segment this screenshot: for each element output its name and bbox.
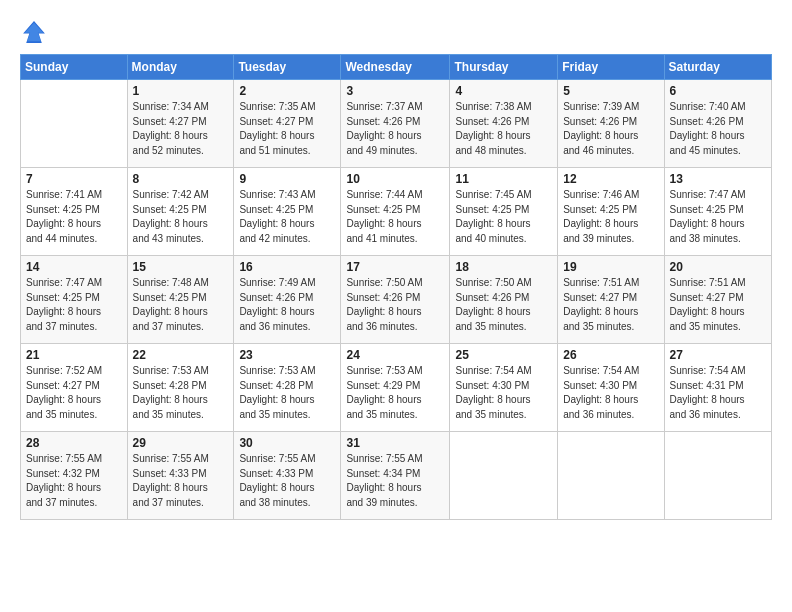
calendar-cell: 5Sunrise: 7:39 AM Sunset: 4:26 PM Daylig… xyxy=(558,80,664,168)
calendar-cell: 22Sunrise: 7:53 AM Sunset: 4:28 PM Dayli… xyxy=(127,344,234,432)
day-info: Sunrise: 7:53 AM Sunset: 4:29 PM Dayligh… xyxy=(346,364,444,422)
weekday-thursday: Thursday xyxy=(450,55,558,80)
calendar-cell: 12Sunrise: 7:46 AM Sunset: 4:25 PM Dayli… xyxy=(558,168,664,256)
calendar-cell: 7Sunrise: 7:41 AM Sunset: 4:25 PM Daylig… xyxy=(21,168,128,256)
day-number: 15 xyxy=(133,260,229,274)
day-number: 30 xyxy=(239,436,335,450)
day-number: 17 xyxy=(346,260,444,274)
weekday-friday: Friday xyxy=(558,55,664,80)
day-info: Sunrise: 7:51 AM Sunset: 4:27 PM Dayligh… xyxy=(563,276,658,334)
day-info: Sunrise: 7:47 AM Sunset: 4:25 PM Dayligh… xyxy=(26,276,122,334)
day-info: Sunrise: 7:35 AM Sunset: 4:27 PM Dayligh… xyxy=(239,100,335,158)
calendar-cell: 15Sunrise: 7:48 AM Sunset: 4:25 PM Dayli… xyxy=(127,256,234,344)
calendar-cell: 1Sunrise: 7:34 AM Sunset: 4:27 PM Daylig… xyxy=(127,80,234,168)
day-info: Sunrise: 7:42 AM Sunset: 4:25 PM Dayligh… xyxy=(133,188,229,246)
calendar-cell: 24Sunrise: 7:53 AM Sunset: 4:29 PM Dayli… xyxy=(341,344,450,432)
day-number: 18 xyxy=(455,260,552,274)
day-info: Sunrise: 7:50 AM Sunset: 4:26 PM Dayligh… xyxy=(455,276,552,334)
day-info: Sunrise: 7:54 AM Sunset: 4:30 PM Dayligh… xyxy=(563,364,658,422)
day-info: Sunrise: 7:50 AM Sunset: 4:26 PM Dayligh… xyxy=(346,276,444,334)
day-number: 4 xyxy=(455,84,552,98)
svg-marker-1 xyxy=(25,23,44,42)
calendar-cell xyxy=(21,80,128,168)
calendar-cell: 31Sunrise: 7:55 AM Sunset: 4:34 PM Dayli… xyxy=(341,432,450,520)
day-number: 1 xyxy=(133,84,229,98)
calendar-week-5: 28Sunrise: 7:55 AM Sunset: 4:32 PM Dayli… xyxy=(21,432,772,520)
day-info: Sunrise: 7:48 AM Sunset: 4:25 PM Dayligh… xyxy=(133,276,229,334)
calendar-week-3: 14Sunrise: 7:47 AM Sunset: 4:25 PM Dayli… xyxy=(21,256,772,344)
day-info: Sunrise: 7:51 AM Sunset: 4:27 PM Dayligh… xyxy=(670,276,766,334)
calendar-cell: 6Sunrise: 7:40 AM Sunset: 4:26 PM Daylig… xyxy=(664,80,771,168)
day-number: 29 xyxy=(133,436,229,450)
weekday-wednesday: Wednesday xyxy=(341,55,450,80)
day-number: 9 xyxy=(239,172,335,186)
day-info: Sunrise: 7:39 AM Sunset: 4:26 PM Dayligh… xyxy=(563,100,658,158)
day-info: Sunrise: 7:53 AM Sunset: 4:28 PM Dayligh… xyxy=(239,364,335,422)
day-number: 21 xyxy=(26,348,122,362)
day-number: 27 xyxy=(670,348,766,362)
calendar-cell: 14Sunrise: 7:47 AM Sunset: 4:25 PM Dayli… xyxy=(21,256,128,344)
calendar-cell xyxy=(558,432,664,520)
calendar-cell: 19Sunrise: 7:51 AM Sunset: 4:27 PM Dayli… xyxy=(558,256,664,344)
calendar-cell: 17Sunrise: 7:50 AM Sunset: 4:26 PM Dayli… xyxy=(341,256,450,344)
weekday-sunday: Sunday xyxy=(21,55,128,80)
day-number: 3 xyxy=(346,84,444,98)
day-info: Sunrise: 7:43 AM Sunset: 4:25 PM Dayligh… xyxy=(239,188,335,246)
calendar-cell: 18Sunrise: 7:50 AM Sunset: 4:26 PM Dayli… xyxy=(450,256,558,344)
day-info: Sunrise: 7:55 AM Sunset: 4:33 PM Dayligh… xyxy=(239,452,335,510)
day-number: 25 xyxy=(455,348,552,362)
day-info: Sunrise: 7:46 AM Sunset: 4:25 PM Dayligh… xyxy=(563,188,658,246)
day-number: 12 xyxy=(563,172,658,186)
calendar-cell: 27Sunrise: 7:54 AM Sunset: 4:31 PM Dayli… xyxy=(664,344,771,432)
day-info: Sunrise: 7:41 AM Sunset: 4:25 PM Dayligh… xyxy=(26,188,122,246)
day-number: 6 xyxy=(670,84,766,98)
calendar-table: SundayMondayTuesdayWednesdayThursdayFrid… xyxy=(20,54,772,520)
day-info: Sunrise: 7:52 AM Sunset: 4:27 PM Dayligh… xyxy=(26,364,122,422)
calendar-cell: 21Sunrise: 7:52 AM Sunset: 4:27 PM Dayli… xyxy=(21,344,128,432)
calendar-week-4: 21Sunrise: 7:52 AM Sunset: 4:27 PM Dayli… xyxy=(21,344,772,432)
day-number: 20 xyxy=(670,260,766,274)
day-number: 22 xyxy=(133,348,229,362)
day-info: Sunrise: 7:38 AM Sunset: 4:26 PM Dayligh… xyxy=(455,100,552,158)
logo xyxy=(20,18,52,46)
day-number: 28 xyxy=(26,436,122,450)
day-info: Sunrise: 7:49 AM Sunset: 4:26 PM Dayligh… xyxy=(239,276,335,334)
day-number: 11 xyxy=(455,172,552,186)
day-number: 31 xyxy=(346,436,444,450)
calendar-cell: 9Sunrise: 7:43 AM Sunset: 4:25 PM Daylig… xyxy=(234,168,341,256)
calendar-cell: 4Sunrise: 7:38 AM Sunset: 4:26 PM Daylig… xyxy=(450,80,558,168)
calendar-week-2: 7Sunrise: 7:41 AM Sunset: 4:25 PM Daylig… xyxy=(21,168,772,256)
calendar-cell: 23Sunrise: 7:53 AM Sunset: 4:28 PM Dayli… xyxy=(234,344,341,432)
page: SundayMondayTuesdayWednesdayThursdayFrid… xyxy=(0,0,792,612)
calendar-cell xyxy=(664,432,771,520)
weekday-monday: Monday xyxy=(127,55,234,80)
day-number: 10 xyxy=(346,172,444,186)
day-info: Sunrise: 7:53 AM Sunset: 4:28 PM Dayligh… xyxy=(133,364,229,422)
calendar-cell xyxy=(450,432,558,520)
calendar-cell: 2Sunrise: 7:35 AM Sunset: 4:27 PM Daylig… xyxy=(234,80,341,168)
calendar-cell: 28Sunrise: 7:55 AM Sunset: 4:32 PM Dayli… xyxy=(21,432,128,520)
calendar-cell: 11Sunrise: 7:45 AM Sunset: 4:25 PM Dayli… xyxy=(450,168,558,256)
day-number: 24 xyxy=(346,348,444,362)
calendar-cell: 29Sunrise: 7:55 AM Sunset: 4:33 PM Dayli… xyxy=(127,432,234,520)
calendar-body: 1Sunrise: 7:34 AM Sunset: 4:27 PM Daylig… xyxy=(21,80,772,520)
calendar-header: SundayMondayTuesdayWednesdayThursdayFrid… xyxy=(21,55,772,80)
calendar-week-1: 1Sunrise: 7:34 AM Sunset: 4:27 PM Daylig… xyxy=(21,80,772,168)
day-number: 16 xyxy=(239,260,335,274)
day-number: 5 xyxy=(563,84,658,98)
day-info: Sunrise: 7:37 AM Sunset: 4:26 PM Dayligh… xyxy=(346,100,444,158)
calendar-cell: 3Sunrise: 7:37 AM Sunset: 4:26 PM Daylig… xyxy=(341,80,450,168)
day-info: Sunrise: 7:55 AM Sunset: 4:32 PM Dayligh… xyxy=(26,452,122,510)
day-number: 23 xyxy=(239,348,335,362)
day-info: Sunrise: 7:54 AM Sunset: 4:30 PM Dayligh… xyxy=(455,364,552,422)
day-info: Sunrise: 7:55 AM Sunset: 4:34 PM Dayligh… xyxy=(346,452,444,510)
day-info: Sunrise: 7:34 AM Sunset: 4:27 PM Dayligh… xyxy=(133,100,229,158)
day-number: 26 xyxy=(563,348,658,362)
day-info: Sunrise: 7:44 AM Sunset: 4:25 PM Dayligh… xyxy=(346,188,444,246)
calendar-cell: 8Sunrise: 7:42 AM Sunset: 4:25 PM Daylig… xyxy=(127,168,234,256)
weekday-saturday: Saturday xyxy=(664,55,771,80)
weekday-header-row: SundayMondayTuesdayWednesdayThursdayFrid… xyxy=(21,55,772,80)
header xyxy=(20,18,772,46)
day-info: Sunrise: 7:40 AM Sunset: 4:26 PM Dayligh… xyxy=(670,100,766,158)
day-info: Sunrise: 7:47 AM Sunset: 4:25 PM Dayligh… xyxy=(670,188,766,246)
